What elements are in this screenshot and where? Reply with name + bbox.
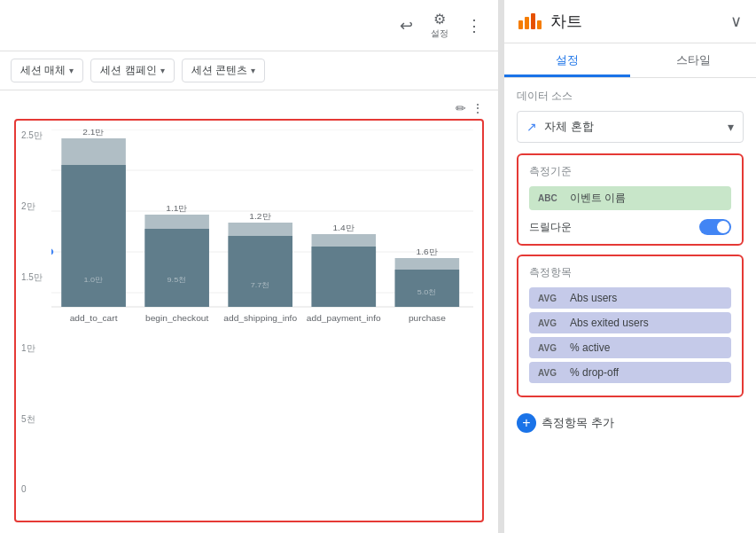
add-metric-label: 측정항목 추가 xyxy=(542,415,614,431)
svg-text:2.1만: 2.1만 xyxy=(82,129,105,137)
chart-toolbar: ✏ ⋮ xyxy=(14,101,484,115)
tab-settings[interactable]: 설정 xyxy=(504,43,630,77)
right-panel: 차트 ∨ 설정 스타일 데이터 소스 ↗ 자체 혼합 ▾ 측정기준 ABC 이벤… xyxy=(503,0,756,533)
filter-label-1: 세션 매체 xyxy=(20,63,66,78)
measures-title: 측정항목 xyxy=(529,265,731,280)
measure-label-1: Abs exited users xyxy=(570,317,722,329)
settings-label: 설정 xyxy=(431,27,448,40)
data-source-icon: ↗ xyxy=(526,120,537,134)
chart-type-icon xyxy=(518,13,542,29)
measure-tag-3: AVG xyxy=(538,368,563,378)
tabs-row: 설정 스타일 xyxy=(504,43,756,78)
y-label-5: 0 xyxy=(21,484,43,494)
data-source-section: 데이터 소스 ↗ 자체 혼합 ▾ xyxy=(504,78,756,153)
svg-rect-15 xyxy=(228,236,292,307)
measure-chip-0[interactable]: AVG Abs users xyxy=(529,287,731,309)
undo-icon: ↩ xyxy=(400,16,413,35)
add-metric-row[interactable]: + 측정항목 추가 xyxy=(504,406,756,440)
data-source-name: 자체 혼합 xyxy=(544,119,721,135)
y-label-0: 2.5만 xyxy=(21,129,43,142)
y-label-1: 2만 xyxy=(21,200,43,213)
svg-text:1.4만: 1.4만 xyxy=(332,223,355,232)
filter-label-3: 세션 콘텐츠 xyxy=(191,63,247,78)
data-source-label: 데이터 소스 xyxy=(517,89,744,104)
svg-point-30 xyxy=(51,248,53,255)
right-header-left: 차트 xyxy=(518,11,582,32)
svg-text:add_shipping_info: add_shipping_info xyxy=(223,314,297,323)
drilldown-label: 드릴다운 xyxy=(529,220,572,235)
dimension-label: 이벤트 이름 xyxy=(570,191,722,206)
measure-chip-1[interactable]: AVG Abs exited users xyxy=(529,312,731,333)
filter-session-medium[interactable]: 세션 매체 ▾ xyxy=(11,59,83,82)
top-bar: ↩ ⚙ 설정 ⋮ xyxy=(0,0,498,51)
add-metric-icon: + xyxy=(517,413,536,433)
chevron-icon-3: ▾ xyxy=(251,66,255,75)
svg-rect-19 xyxy=(312,247,377,307)
more-chart-icon[interactable]: ⋮ xyxy=(472,101,484,115)
svg-text:1.1만: 1.1만 xyxy=(166,204,188,213)
svg-text:1.6만: 1.6만 xyxy=(416,247,438,256)
data-source-row[interactable]: ↗ 자체 혼합 ▾ xyxy=(517,111,744,143)
right-panel-header: 차트 ∨ xyxy=(504,0,756,43)
svg-rect-7 xyxy=(61,165,126,307)
dimension-tag: ABC xyxy=(538,193,563,203)
settings-icon: ⚙ xyxy=(433,11,446,27)
svg-rect-11 xyxy=(144,229,209,307)
filter-session-content[interactable]: 세션 콘텐츠 ▾ xyxy=(182,59,265,82)
bar-icon-3 xyxy=(531,13,535,29)
measure-tag-0: AVG xyxy=(538,294,563,303)
measure-label-0: Abs users xyxy=(570,292,722,304)
filter-session-campaign[interactable]: 세션 캠페인 ▾ xyxy=(90,59,174,82)
chevron-icon-1: ▾ xyxy=(69,66,74,75)
y-label-2: 1.5만 xyxy=(21,271,43,284)
svg-text:add_payment_info: add_payment_info xyxy=(307,314,381,323)
svg-text:1.0만: 1.0만 xyxy=(84,276,104,284)
svg-text:5.0천: 5.0천 xyxy=(417,288,437,296)
measure-tag-1: AVG xyxy=(538,318,563,328)
more-icon: ⋮ xyxy=(466,16,482,35)
undo-button[interactable]: ↩ xyxy=(394,12,418,39)
filter-label-2: 세션 캠페인 xyxy=(100,63,156,78)
svg-text:add_to_cart: add_to_cart xyxy=(70,314,118,323)
dimension-section: 측정기준 ABC 이벤트 이름 드릴다운 xyxy=(517,153,744,246)
edit-icon[interactable]: ✏ xyxy=(456,101,466,115)
svg-text:begin_checkout: begin_checkout xyxy=(145,314,209,323)
more-button[interactable]: ⋮ xyxy=(461,12,487,39)
collapse-button[interactable]: ∨ xyxy=(730,12,742,31)
chevron-icon-2: ▾ xyxy=(160,66,165,75)
data-source-expand[interactable]: ▾ xyxy=(728,120,734,134)
dimension-title: 측정기준 xyxy=(529,164,731,179)
y-label-3: 1만 xyxy=(21,342,43,355)
chart-area: ✏ ⋮ 2.5만 2만 1.5만 1만 5천 0 xyxy=(0,90,498,533)
bar-chart-svg: 2.1만 add_to_cart 1.1만 begin_checkout 1.2… xyxy=(51,129,473,333)
measure-chip-2[interactable]: AVG % active xyxy=(529,337,731,358)
drilldown-row: 드릴다운 xyxy=(529,214,731,235)
right-panel-title: 차트 xyxy=(550,11,582,32)
measure-label-2: % active xyxy=(570,341,722,354)
chart-container: 2.5만 2만 1.5만 1만 5천 0 xyxy=(14,119,484,522)
y-label-4: 5천 xyxy=(21,413,43,426)
left-panel: ↩ ⚙ 설정 ⋮ 세션 매체 ▾ 세션 캠페인 ▾ 세션 콘텐츠 ▾ ✏ ⋮ xyxy=(0,0,498,533)
drilldown-toggle[interactable] xyxy=(699,219,731,235)
svg-text:1.2만: 1.2만 xyxy=(249,212,271,221)
bar-icon-2 xyxy=(525,17,529,29)
bar-icon-4 xyxy=(537,20,542,29)
bar-icon-1 xyxy=(518,20,523,29)
measures-section: 측정항목 AVG Abs users AVG Abs exited users … xyxy=(517,255,744,397)
svg-text:9.5천: 9.5천 xyxy=(168,276,187,284)
measure-tag-2: AVG xyxy=(538,343,563,353)
y-axis-labels: 2.5만 2만 1.5만 1만 5천 0 xyxy=(21,129,43,494)
dimension-chip[interactable]: ABC 이벤트 이름 xyxy=(529,186,731,210)
measure-label-3: % drop-off xyxy=(570,366,722,379)
svg-text:purchase: purchase xyxy=(409,314,446,323)
filter-bar: 세션 매체 ▾ 세션 캠페인 ▾ 세션 콘텐츠 ▾ xyxy=(0,51,498,90)
measure-chip-3[interactable]: AVG % drop-off xyxy=(529,362,731,383)
settings-button[interactable]: ⚙ 설정 xyxy=(425,7,454,43)
svg-text:7.7천: 7.7천 xyxy=(251,281,270,289)
tab-style[interactable]: 스타일 xyxy=(630,43,756,77)
